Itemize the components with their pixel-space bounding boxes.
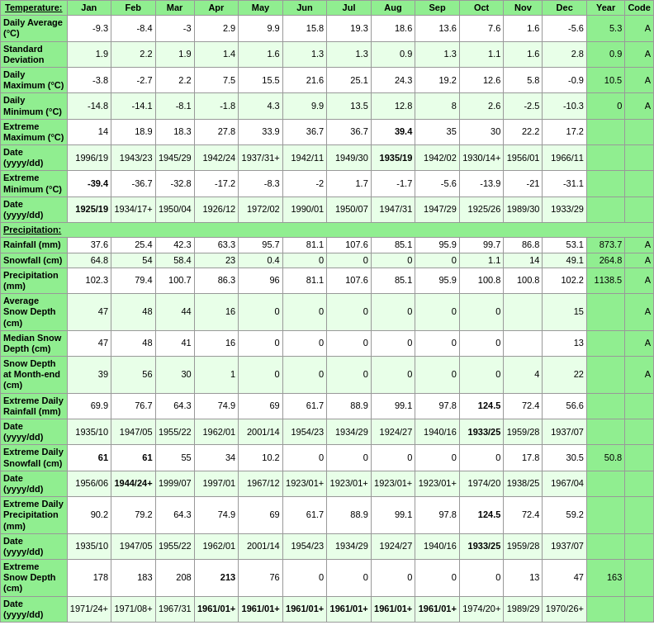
table-row: Date (yyyy/dd)1925/191934/17+1950/041926… — [1, 197, 654, 222]
table-cell: 25.4 — [111, 238, 156, 253]
table-cell — [504, 294, 543, 331]
col-header-sep: Sep — [415, 1, 460, 16]
table-cell: 0 — [415, 330, 460, 356]
table-cell: 1924/27 — [371, 419, 415, 445]
table-cell: A — [625, 294, 654, 331]
table-cell: 1944/24+ — [111, 471, 156, 496]
table-cell: 0 — [415, 445, 460, 471]
table-cell: 0 — [586, 93, 624, 119]
table-cell: 0 — [327, 560, 372, 597]
row-label: Date (yyyy/dd) — [1, 533, 68, 559]
section-header-label: Precipitation: — [1, 223, 654, 238]
table-cell: 1947/29 — [415, 197, 460, 222]
table-cell: A — [625, 268, 654, 293]
table-cell: 0 — [239, 330, 283, 356]
table-cell: 2001/14 — [239, 419, 283, 445]
table-cell: 0 — [282, 294, 327, 331]
table-row: Extreme Daily Snowfall (cm)6161553410.20… — [1, 445, 654, 471]
climate-table: Temperature: Jan Feb Mar Apr May Jun Jul… — [0, 0, 654, 623]
table-cell: 69.9 — [67, 393, 111, 419]
table-cell: 2.2 — [155, 67, 194, 92]
table-cell: 1956/06 — [67, 471, 111, 496]
table-cell: 27.8 — [194, 119, 239, 144]
table-cell: 56 — [111, 357, 156, 394]
row-label: Extreme Maximum (°C) — [1, 119, 68, 144]
table-cell: -17.2 — [194, 171, 239, 197]
table-cell: 36.7 — [282, 119, 327, 144]
table-cell: 61 — [111, 445, 156, 471]
table-cell: 1950/04 — [155, 197, 194, 222]
table-cell: 0.9 — [586, 41, 624, 67]
table-cell: A — [625, 93, 654, 119]
table-cell: -8.3 — [239, 171, 283, 197]
table-cell: 124.5 — [459, 497, 504, 534]
table-cell: 1933/25 — [459, 419, 504, 445]
table-cell: 1999/07 — [155, 471, 194, 496]
table-cell: 0 — [239, 357, 283, 394]
table-cell: A — [625, 253, 654, 268]
table-cell: A — [625, 67, 654, 92]
table-cell: 49.1 — [543, 253, 587, 268]
table-cell: 19.3 — [327, 16, 372, 41]
table-cell: 100.7 — [155, 268, 194, 293]
table-cell: 5.3 — [586, 16, 624, 41]
table-cell: 17.8 — [504, 445, 543, 471]
table-cell: 107.6 — [327, 268, 372, 293]
col-header-code: Code — [625, 1, 654, 16]
table-row: Date (yyyy/dd)1935/101947/051955/221962/… — [1, 419, 654, 445]
table-cell: 0 — [415, 294, 460, 331]
table-cell — [586, 419, 624, 445]
table-cell: -13.9 — [459, 171, 504, 197]
table-cell: 99.7 — [459, 238, 504, 253]
table-cell: 13 — [543, 330, 587, 356]
table-cell: 74.9 — [194, 393, 239, 419]
col-header-oct: Oct — [459, 1, 504, 16]
table-cell: 96 — [239, 268, 283, 293]
table-cell: 30 — [459, 119, 504, 144]
table-cell — [586, 533, 624, 559]
table-cell: 0 — [282, 560, 327, 597]
table-cell: -3 — [155, 16, 194, 41]
table-cell: 1.9 — [155, 41, 194, 67]
table-cell: 102.2 — [543, 268, 587, 293]
table-cell: 86.8 — [504, 238, 543, 253]
table-cell: -39.4 — [67, 171, 111, 197]
table-cell — [586, 357, 624, 394]
row-label: Median Snow Depth (cm) — [1, 330, 68, 356]
table-cell: 0 — [415, 253, 460, 268]
table-cell: 1971/08+ — [111, 596, 156, 622]
table-row: Average Snow Depth (cm)4748441600000015A — [1, 294, 654, 331]
table-cell: -36.7 — [111, 171, 156, 197]
table-cell: 1974/20+ — [459, 596, 504, 622]
table-cell: 9.9 — [282, 93, 327, 119]
row-label: Extreme Minimum (°C) — [1, 171, 68, 197]
table-cell: 1961/01+ — [194, 596, 239, 622]
table-cell: 0 — [415, 357, 460, 394]
table-cell: 16 — [194, 330, 239, 356]
table-cell: 2.6 — [459, 93, 504, 119]
table-cell: 1961/01+ — [282, 596, 327, 622]
table-cell: 13.5 — [327, 93, 372, 119]
table-cell: 81.1 — [282, 268, 327, 293]
table-cell: 1950/07 — [327, 197, 372, 222]
table-cell: 72.4 — [504, 393, 543, 419]
table-cell: -8.4 — [111, 16, 156, 41]
table-cell: 54 — [111, 253, 156, 268]
table-cell: 39 — [67, 357, 111, 394]
table-cell: -2 — [282, 171, 327, 197]
table-cell: 1935/10 — [67, 419, 111, 445]
table-cell: 264.8 — [586, 253, 624, 268]
table-cell: 33.9 — [239, 119, 283, 144]
table-cell: 0 — [282, 445, 327, 471]
table-cell: 95.7 — [239, 238, 283, 253]
table-cell: 0 — [459, 294, 504, 331]
table-cell: 30 — [155, 357, 194, 394]
table-cell: 61.7 — [282, 497, 327, 534]
table-cell: 59.2 — [543, 497, 587, 534]
table-cell: 4 — [504, 357, 543, 394]
table-cell: 48 — [111, 294, 156, 331]
table-cell: -2.5 — [504, 93, 543, 119]
table-cell: 1943/23 — [111, 145, 156, 171]
table-cell: 56.6 — [543, 393, 587, 419]
table-cell: 0 — [415, 560, 460, 597]
